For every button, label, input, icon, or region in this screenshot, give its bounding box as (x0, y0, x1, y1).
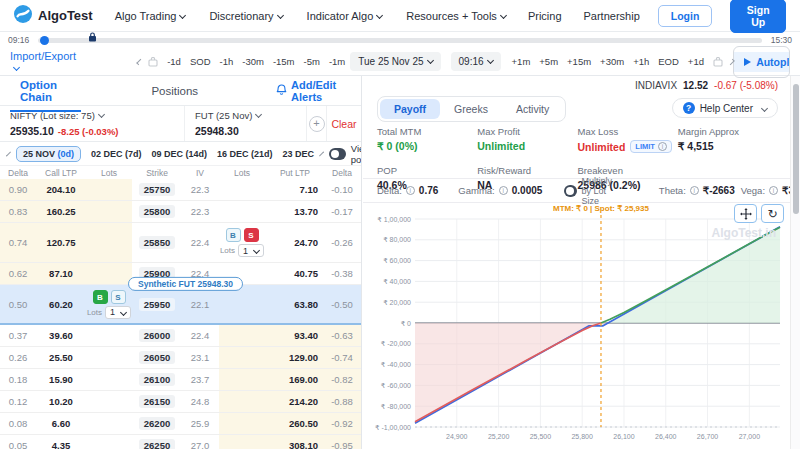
tab-positions[interactable]: Positions (149, 77, 200, 105)
call-ltp[interactable]: 204.10 (36, 184, 86, 195)
call-ltp[interactable]: 39.60 (36, 330, 86, 341)
put-ltp[interactable]: 24.70 (266, 237, 324, 248)
option-row-26050[interactable]: 0.2625.502605023.1129.00-0.74 (0, 347, 361, 369)
step--30m[interactable]: -30m (242, 56, 264, 67)
tab-option-chain[interactable]: Option Chain (18, 76, 73, 111)
expiry-next-icon[interactable] (319, 151, 324, 156)
scrollbar-thumb[interactable] (793, 84, 799, 214)
date-select[interactable]: Tue 25 Nov 25 (350, 52, 440, 71)
option-row-26250[interactable]: 0.054.352625027.0308.10-0.95 (0, 435, 361, 449)
expiry-09-dec[interactable]: 09 DEC (14d) (152, 149, 208, 159)
add-instrument-button[interactable]: + (309, 116, 325, 132)
step-+5m[interactable]: +5m (539, 56, 558, 67)
step--1d[interactable]: -1d (167, 56, 181, 67)
nav-item-algo-trading[interactable]: Algo Trading (115, 10, 186, 22)
strike[interactable]: 26050 (132, 352, 182, 363)
option-row-25850[interactable]: 0.74120.752585022.4BSLots124.70-0.26 (0, 223, 361, 263)
brand[interactable]: AlgoTest (14, 5, 93, 27)
limit-badge[interactable]: LIMITi (630, 140, 672, 153)
autoplay-button[interactable]: Autoplay (734, 52, 790, 72)
expiry-02-dec[interactable]: 02 DEC (7d) (91, 149, 142, 159)
call-ltp[interactable]: 15.90 (36, 374, 86, 385)
step--1m[interactable]: -1m (329, 56, 345, 67)
step--1h[interactable]: -1h (220, 56, 234, 67)
help-center-button[interactable]: ? Help Center (672, 98, 778, 118)
put-ltp[interactable]: 93.40 (266, 330, 324, 341)
step--5m[interactable]: -5m (304, 56, 320, 67)
step-+15m[interactable]: +15m (567, 56, 591, 67)
option-row-26100[interactable]: 0.1815.902610023.7169.00-0.82 (0, 369, 361, 391)
strike[interactable]: 26100 (132, 374, 182, 385)
put-ltp[interactable]: 308.10 (266, 440, 324, 449)
call-ltp[interactable]: 6.60 (36, 418, 86, 429)
step-+1m[interactable]: +1m (512, 56, 531, 67)
clear-button[interactable]: Clear (331, 118, 356, 130)
future-selector[interactable]: FUT (25 Nov) 25948.30 (185, 106, 307, 141)
option-row-25800[interactable]: 0.83160.252580022.313.70-0.17 (0, 201, 361, 223)
put-ltp[interactable]: 169.00 (266, 374, 324, 385)
option-row-26150[interactable]: 0.1210.202615024.8214.20-0.88 (0, 391, 361, 413)
jump-start-icon[interactable] (136, 58, 142, 64)
expiry-23-dec[interactable]: 23 DEC (283, 149, 315, 159)
call-ltp[interactable]: 160.25 (36, 206, 86, 217)
strike[interactable]: 25800 (132, 206, 182, 217)
step--15m[interactable]: -15m (273, 56, 295, 67)
market-close-bag-icon[interactable] (713, 53, 723, 71)
market-open-bag-icon[interactable] (148, 53, 158, 71)
vertical-scrollbar[interactable] (790, 76, 800, 449)
multiply-lot-size-toggle[interactable] (564, 185, 576, 197)
expiry-prev-icon[interactable] (6, 151, 11, 156)
nav-item-indicator-algo[interactable]: Indicator Algo (307, 10, 383, 22)
add-edit-alerts-button[interactable]: Add/Edit Alerts (276, 79, 343, 103)
strike[interactable]: 25750 (132, 184, 182, 195)
import-export-menu[interactable]: Import/Export (10, 50, 76, 74)
chart-pan-button[interactable] (734, 204, 757, 223)
expiry-25-nov[interactable]: 25 NOV (0d) (16, 146, 81, 162)
nav-item-resources-tools[interactable]: Resources + Tools (406, 10, 506, 22)
sell-button[interactable]: S (244, 228, 259, 242)
expiry-16-dec[interactable]: 16 DEC (21d) (217, 149, 273, 159)
nav-item-pricing[interactable]: Pricing (528, 10, 562, 22)
option-row-26000[interactable]: 0.3739.602600022.493.40-0.63 (0, 325, 361, 347)
put-ltp[interactable]: 63.80 (266, 299, 324, 310)
payoff-chart[interactable]: 24,90025,20025,50025,80026,10026,40026,7… (365, 203, 788, 444)
call-ltp[interactable]: 120.75 (36, 237, 86, 248)
chart-reset-button[interactable]: ↻ (761, 204, 784, 223)
call-ltp[interactable]: 10.20 (36, 396, 86, 407)
option-row-26200[interactable]: 0.086.602620025.9260.50-0.92 (0, 413, 361, 435)
call-ltp[interactable]: 87.10 (36, 268, 86, 279)
put-ltp[interactable]: 7.10 (266, 184, 324, 195)
time-select[interactable]: 09:16 (451, 52, 501, 71)
strike[interactable]: 25950 (132, 299, 182, 310)
tab-payoff[interactable]: Payoff (380, 99, 440, 119)
put-ltp[interactable]: 13.70 (266, 206, 324, 217)
put-ltp[interactable]: 129.00 (266, 352, 324, 363)
timeline-slider-handle[interactable] (40, 36, 49, 45)
step-+1h[interactable]: +1h (633, 56, 649, 67)
step-+30m[interactable]: +30m (600, 56, 624, 67)
nav-item-discretionary[interactable]: Discretionary (209, 10, 282, 22)
call-ltp[interactable]: 25.50 (36, 352, 86, 363)
tab-activity[interactable]: Activity (502, 99, 563, 119)
strike[interactable]: 26150 (132, 396, 182, 407)
strike[interactable]: 26000 (132, 330, 182, 341)
signup-button[interactable]: Sign Up (730, 0, 786, 33)
buy-button[interactable]: B (226, 228, 241, 242)
lots-select[interactable]: 1 (105, 306, 131, 319)
lots-select[interactable]: 1 (238, 244, 264, 257)
strike[interactable]: 26200 (132, 418, 182, 429)
option-row-25950[interactable]: 0.5060.20BSLots12595022.163.80-0.50Synth… (0, 285, 361, 325)
step-SOD[interactable]: SOD (190, 56, 211, 67)
put-ltp[interactable]: 40.75 (266, 268, 324, 279)
strike[interactable]: 25850 (132, 237, 182, 248)
timeline-slider[interactable] (38, 38, 762, 43)
call-ltp[interactable]: 4.35 (36, 440, 86, 449)
strike[interactable]: 26250 (132, 440, 182, 449)
call-ltp[interactable]: 60.20 (36, 299, 86, 310)
buy-button[interactable]: B (93, 290, 108, 304)
put-ltp[interactable]: 214.20 (266, 396, 324, 407)
step-EOD[interactable]: EOD (658, 56, 679, 67)
step-+1d[interactable]: +1d (688, 56, 704, 67)
login-button[interactable]: Login (658, 5, 713, 27)
sell-button[interactable]: S (111, 290, 126, 304)
